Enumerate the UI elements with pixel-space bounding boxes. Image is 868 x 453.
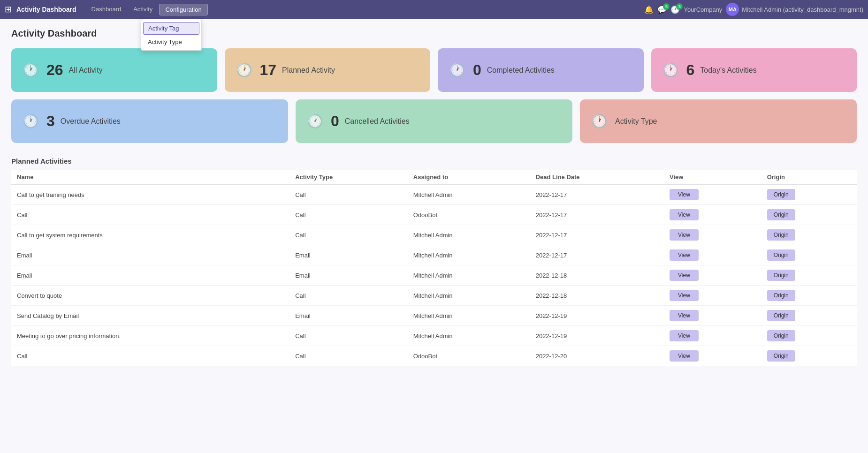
cell-assigned-to: Mitchell Admin <box>408 286 530 306</box>
stat-number-cancelled: 0 <box>331 113 339 130</box>
user-menu[interactable]: MA Mitchell Admin (activity_dashboard_mn… <box>726 3 863 16</box>
main-menu: Dashboard Activity Configuration <box>86 4 208 15</box>
stats-row-2: 🕐 3 Overdue Activities 🕐 0 Cancelled Act… <box>11 99 857 143</box>
cell-origin: Origin <box>761 185 857 205</box>
stat-label-activity-type: Activity Type <box>615 117 657 126</box>
card-completed-activities[interactable]: 🕐 0 Completed Activities <box>438 48 644 92</box>
cell-name: Email <box>11 265 289 286</box>
cell-name: Call to get system requirements <box>11 225 289 245</box>
table-header: Name Activity Type Assigned to Dead Line… <box>11 170 857 185</box>
stat-number-all: 26 <box>46 61 63 79</box>
cell-deadline: 2022-12-17 <box>530 205 664 225</box>
company-name: YourCompany <box>684 6 722 13</box>
card-planned-activity[interactable]: 🕐 17 Planned Activity <box>225 48 431 92</box>
grid-icon[interactable]: ⊞ <box>5 4 12 15</box>
origin-button[interactable]: Origin <box>767 290 795 301</box>
table-row: Convert to quote Call Mitchell Admin 202… <box>11 286 857 306</box>
stat-number-overdue: 3 <box>46 113 55 130</box>
menu-dashboard[interactable]: Dashboard <box>86 4 127 15</box>
stat-content-overdue: 3 Overdue Activities <box>46 113 121 130</box>
dropdown-item-activity-type[interactable]: Activity Type <box>141 36 201 48</box>
page-title: Activity Dashboard <box>11 28 857 39</box>
cell-assigned-to: OdooBot <box>408 205 530 225</box>
card-activity-type[interactable]: 🕐 Activity Type <box>580 99 857 143</box>
app-brand: Activity Dashboard <box>16 6 76 13</box>
cell-assigned-to: Mitchell Admin <box>408 225 530 245</box>
table-row: Send Catalog by Email Email Mitchell Adm… <box>11 306 857 326</box>
table-row: Meeting to go over pricing information. … <box>11 326 857 346</box>
col-header-view: View <box>664 170 761 185</box>
table-row: Call to get system requirements Call Mit… <box>11 225 857 245</box>
user-name: Mitchell Admin (activity_dashboard_mngmn… <box>742 6 863 13</box>
table-row: Email Email Mitchell Admin 2022-12-18 Vi… <box>11 265 857 286</box>
clock-icon-cancelled: 🕐 <box>307 113 323 129</box>
cell-activity-type: Call <box>289 326 408 346</box>
cell-deadline: 2022-12-20 <box>530 346 664 366</box>
topnav: ⊞ Activity Dashboard Dashboard Activity … <box>0 0 868 19</box>
view-button[interactable]: View <box>670 350 699 362</box>
origin-button[interactable]: Origin <box>767 330 795 341</box>
view-button[interactable]: View <box>670 290 699 301</box>
table-row: Call Call OdooBot 2022-12-20 View Origin <box>11 346 857 366</box>
bell-button[interactable]: 🔔 <box>644 5 654 14</box>
view-button[interactable]: View <box>670 189 699 200</box>
stat-number-planned: 17 <box>260 61 277 79</box>
dropdown-item-activity-tag[interactable]: Activity Tag <box>143 22 199 35</box>
cell-view: View <box>664 265 761 286</box>
cell-deadline: 2022-12-19 <box>530 326 664 346</box>
cell-assigned-to: Mitchell Admin <box>408 245 530 265</box>
cell-name: Convert to quote <box>11 286 289 306</box>
view-button[interactable]: View <box>670 310 699 321</box>
cell-name: Call to get training needs <box>11 185 289 205</box>
card-cancelled-activities[interactable]: 🕐 0 Cancelled Activities <box>296 99 572 143</box>
cell-activity-type: Call <box>289 205 408 225</box>
user-avatar: MA <box>726 3 739 16</box>
cell-name: Email <box>11 245 289 265</box>
menu-configuration[interactable]: Configuration <box>159 4 207 15</box>
origin-button[interactable]: Origin <box>767 209 795 220</box>
cell-view: View <box>664 306 761 326</box>
clock-button[interactable]: 🕐 5 <box>670 5 680 14</box>
cell-view: View <box>664 245 761 265</box>
menu-activity[interactable]: Activity <box>128 4 158 15</box>
view-button[interactable]: View <box>670 229 699 241</box>
stat-label-today: Today's Activities <box>700 66 756 75</box>
origin-button[interactable]: Origin <box>767 229 795 241</box>
cell-deadline: 2022-12-17 <box>530 245 664 265</box>
origin-button[interactable]: Origin <box>767 310 795 321</box>
cell-assigned-to: Mitchell Admin <box>408 185 530 205</box>
chat-button[interactable]: 💬 5 <box>657 5 667 14</box>
clock-icon-planned: 🕐 <box>236 62 252 78</box>
view-button[interactable]: View <box>670 270 699 281</box>
page-content: Activity Dashboard 🕐 26 All Activity 🕐 1… <box>0 19 868 453</box>
cell-deadline: 2022-12-18 <box>530 265 664 286</box>
cell-activity-type: Call <box>289 286 408 306</box>
table-row: Email Email Mitchell Admin 2022-12-17 Vi… <box>11 245 857 265</box>
cell-origin: Origin <box>761 265 857 286</box>
origin-button[interactable]: Origin <box>767 350 795 362</box>
view-button[interactable]: View <box>670 330 699 341</box>
cell-deadline: 2022-12-17 <box>530 225 664 245</box>
origin-button[interactable]: Origin <box>767 270 795 281</box>
cell-view: View <box>664 225 761 245</box>
cell-assigned-to: Mitchell Admin <box>408 265 530 286</box>
card-overdue-activities[interactable]: 🕐 3 Overdue Activities <box>11 99 288 143</box>
table-row: Call to get training needs Call Mitchell… <box>11 185 857 205</box>
cell-activity-type: Call <box>289 185 408 205</box>
chat-badge: 5 <box>663 3 670 10</box>
view-button[interactable]: View <box>670 209 699 220</box>
cell-origin: Origin <box>761 205 857 225</box>
col-header-name: Name <box>11 170 289 185</box>
stat-number-today: 6 <box>686 61 695 79</box>
configuration-dropdown: Activity Tag Activity Type <box>141 19 202 51</box>
cell-origin: Origin <box>761 286 857 306</box>
stats-row-1: 🕐 26 All Activity 🕐 17 Planned Activity … <box>11 48 857 92</box>
view-button[interactable]: View <box>670 249 699 261</box>
origin-button[interactable]: Origin <box>767 249 795 261</box>
card-todays-activities[interactable]: 🕐 6 Today's Activities <box>651 48 857 92</box>
clock-icon-activity-type: 🕐 <box>591 113 608 129</box>
cell-assigned-to: Mitchell Admin <box>408 326 530 346</box>
origin-button[interactable]: Origin <box>767 189 795 200</box>
cell-view: View <box>664 286 761 306</box>
card-all-activity[interactable]: 🕐 26 All Activity <box>11 48 217 92</box>
